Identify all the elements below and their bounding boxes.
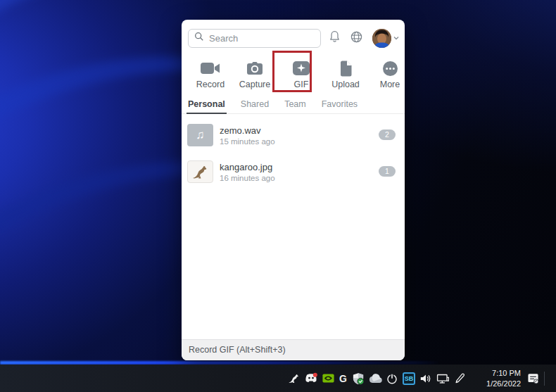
notifications-bell-icon[interactable] [329,30,341,46]
kangaroo-image [191,163,210,180]
globe-icon[interactable] [350,30,363,46]
system-tray: G SB 7:10 PM [286,365,556,392]
music-note-icon: ♫ [196,128,205,142]
tab-favorites[interactable]: Favorites [322,96,358,113]
search-icon [194,32,204,44]
taskbar-clock[interactable]: 7:10 PM 1/26/2022 [472,368,521,388]
camera-icon [246,59,263,77]
taskbar: G SB 7:10 PM [0,365,556,392]
document-icon [339,59,353,77]
view-count-badge: 1 [379,166,396,177]
more-button[interactable]: More [370,59,410,89]
tab-shared[interactable]: Shared [241,96,269,113]
gif-label: GIF [294,80,309,89]
file-name: zemo.wav [220,125,275,136]
capture-app-window: Search [182,20,405,360]
account-menu[interactable] [372,29,400,48]
status-bar: Record GIF (Alt+Shift+3) [182,339,405,360]
chevron-down-icon [393,32,400,44]
view-count-badge: 2 [379,129,396,140]
file-row-kangaroo[interactable]: kangaroo.jpg 16 minutes ago 1 [187,159,399,184]
image-thumbnail [187,160,213,183]
onedrive-icon[interactable] [367,365,384,392]
search-placeholder: Search [209,33,238,44]
file-time: 15 minutes ago [220,137,275,146]
record-label: Record [196,80,225,89]
app-topbar: Search [188,28,400,48]
record-button[interactable]: Record [191,59,230,89]
file-time: 16 minutes ago [220,174,275,182]
notification-center-icon[interactable] [524,365,541,392]
nvidia-icon[interactable] [320,365,336,392]
network-icon[interactable] [434,365,451,392]
clock-date: 1/26/2022 [472,379,521,388]
power-tray-icon[interactable] [384,365,400,392]
discord-icon[interactable] [303,365,320,392]
desktop: Search [0,0,556,392]
file-list: ♫ zemo.wav 15 minutes ago 2 kangaroo.jpg… [182,122,405,196]
ellipsis-circle-icon [382,59,398,77]
upload-label: Upload [331,80,360,89]
more-label: More [380,80,400,89]
windows-security-icon[interactable] [350,365,367,392]
file-row-zemo[interactable]: ♫ zemo.wav 15 minutes ago 2 [187,122,399,148]
video-camera-icon [200,59,221,77]
tab-personal[interactable]: Personal [188,96,225,113]
audio-thumbnail: ♫ [187,124,213,146]
gif-button[interactable]: GIF [282,59,321,89]
user-avatar [372,29,391,48]
show-desktop-button[interactable] [545,365,556,392]
pen-icon[interactable] [451,365,468,392]
tab-team[interactable]: Team [284,96,306,113]
capture-label: Capture [239,80,270,89]
sb-badge-text: SB [403,372,415,385]
capture-button[interactable]: Capture [235,59,274,89]
volume-icon[interactable] [417,365,434,392]
clock-time: 7:10 PM [472,368,521,378]
status-text: Record GIF (Alt+Shift+3) [189,345,286,355]
search-input[interactable]: Search [188,29,321,48]
capture-toolbar: Record Capture GIF Upload [191,59,405,91]
sb-badge-icon[interactable]: SB [400,365,417,392]
sparkle-square-icon [292,59,310,77]
kangaroo-tray-icon[interactable] [286,365,303,392]
collection-tabs: Personal Shared Team Favorites [182,96,405,114]
file-name: kangaroo.jpg [220,162,275,172]
upload-button[interactable]: Upload [326,59,365,89]
logitech-g-icon[interactable]: G [336,372,350,385]
